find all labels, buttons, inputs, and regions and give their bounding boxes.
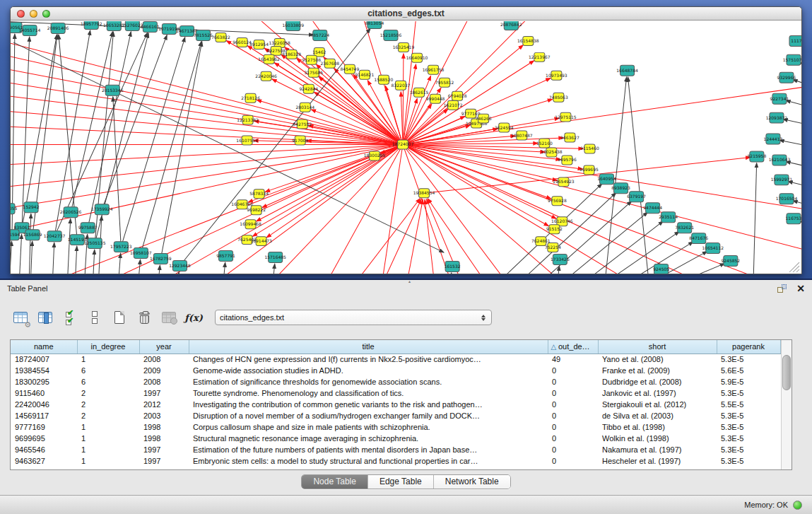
graph-edge[interactable] — [401, 92, 403, 145]
table-cell[interactable]: 6 — [77, 365, 139, 376]
table-cell[interactable]: 9465546 — [11, 444, 77, 455]
graph-node[interactable]: 6466161 — [141, 21, 160, 32]
column-header-name[interactable]: name — [11, 340, 77, 354]
panel-splitter-handle[interactable]: ▴ — [406, 280, 413, 284]
memory-status-indicator[interactable] — [793, 501, 802, 510]
table-cell[interactable]: 1 — [77, 455, 139, 467]
table-cell[interactable]: Wolkin et al. (1998) — [598, 433, 717, 444]
graph-node[interactable]: 391594 — [11, 230, 20, 240]
graph-node[interactable]: 20876842 — [500, 21, 522, 30]
table-cell[interactable]: 0 — [548, 365, 598, 376]
graph-node[interactable]: 12923448 — [169, 261, 191, 271]
graph-node[interactable]: 161532 — [445, 262, 461, 272]
graph-node[interactable]: 7955812 — [435, 78, 454, 87]
graph-node[interactable]: 16033809 — [282, 21, 304, 30]
graph-node[interactable]: 1733426 — [551, 255, 570, 265]
column-header-title[interactable]: title — [189, 340, 548, 354]
graph-edge[interactable] — [788, 182, 801, 189]
graph-node[interactable]: 15992971 — [771, 175, 793, 185]
graph-node[interactable]: 9857791 — [216, 251, 235, 262]
graph-node[interactable]: 16961758 — [423, 65, 445, 74]
graph-node[interactable]: 2516055 — [11, 204, 18, 214]
table-cell[interactable]: 5.3E-5 — [717, 421, 780, 433]
graph-edge[interactable] — [71, 32, 112, 213]
graph-edge[interactable] — [113, 97, 122, 247]
table-cell[interactable]: 1 — [77, 444, 139, 455]
graph-node[interactable]: 1640954 — [597, 174, 616, 185]
table-cell[interactable]: 19384554 — [11, 365, 77, 376]
graph-edge[interactable] — [22, 35, 57, 228]
graph-node[interactable]: 7663822 — [211, 33, 230, 42]
graph-node[interactable]: 12213382 — [237, 115, 259, 124]
table-cell[interactable]: 0 — [548, 421, 598, 433]
graph-node[interactable]: 8938923 — [611, 183, 630, 194]
graph-edge[interactable] — [93, 250, 95, 274]
table-cell[interactable]: Dudbridge et al. (2008) — [598, 376, 717, 387]
graph-node[interactable]: 12042737 — [44, 231, 66, 242]
graph-node[interactable]: 16099468 — [240, 220, 261, 229]
graph-edge[interactable] — [628, 77, 649, 274]
graph-edge[interactable] — [403, 145, 778, 274]
table-row[interactable]: 1456911722003Disruption of a novel membe… — [11, 410, 780, 421]
table-cell[interactable]: 2008 — [139, 354, 189, 365]
graph-node[interactable]: 18957792 — [81, 21, 102, 29]
column-header-out_de[interactable]: △ out_de… — [548, 340, 598, 354]
graph-node[interactable]: 9245852 — [721, 256, 740, 267]
close-panel-icon[interactable]: ✕ — [796, 284, 805, 293]
table-cell[interactable]: 1 — [77, 421, 139, 433]
table-cell[interactable]: 1997 — [139, 455, 189, 467]
window-titlebar[interactable]: citations_edges.txt — [11, 7, 801, 21]
scrollbar-thumb[interactable] — [782, 355, 791, 390]
table-cell[interactable]: Franke et al. (2009) — [598, 365, 717, 376]
table-row[interactable]: 946554611997Estimation of the future num… — [11, 444, 780, 455]
graph-node[interactable]: 16107554 — [236, 136, 258, 145]
graph-node[interactable]: 16543962 — [258, 54, 280, 64]
graph-edge[interactable] — [11, 37, 403, 145]
graph-node[interactable]: 924505 — [653, 264, 669, 274]
graph-node[interactable]: 12093872 — [766, 112, 788, 123]
table-row[interactable]: 1938455462009Genome-wide association stu… — [11, 365, 780, 376]
table-cell[interactable]: 9777169 — [11, 421, 77, 433]
graph-node[interactable]: 1244413 — [764, 134, 783, 144]
graph-edge[interactable] — [786, 100, 801, 110]
graph-edge[interactable] — [403, 145, 549, 226]
graph-node[interactable]: 12213967 — [529, 52, 551, 62]
table-cell[interactable]: Estimation of the future numbers of pati… — [189, 444, 548, 455]
table-cell[interactable]: Yano et al. (2008) — [598, 354, 717, 365]
table-cell[interactable]: Investigating the contribution of common… — [189, 399, 548, 410]
graph-node[interactable]: 9698222 — [247, 206, 266, 215]
table-cell[interactable]: Jankovic et al. (1997) — [598, 387, 717, 399]
graph-node[interactable]: 9756928 — [548, 197, 567, 206]
graph-node[interactable]: 1117 — [789, 35, 801, 46]
table-cell[interactable]: 5.3E-5 — [717, 433, 780, 444]
graph-edge[interactable] — [88, 32, 131, 228]
graph-node[interactable]: 6379197 — [627, 192, 646, 202]
graph-node[interactable]: 19654923 — [553, 177, 575, 187]
graph-edge[interactable] — [325, 145, 403, 274]
table-cell[interactable]: 22420046 — [11, 399, 77, 410]
graph-node[interactable]: 752254 — [545, 243, 561, 252]
graph-edge[interactable] — [449, 273, 452, 274]
graph-edge[interactable] — [141, 42, 201, 254]
graph-node[interactable]: 16640910 — [406, 53, 428, 62]
create-new-column-button[interactable] — [110, 308, 129, 327]
delete-table-button[interactable] — [160, 308, 178, 327]
table-cell[interactable]: 2 — [77, 410, 139, 421]
unselect-all-columns-button[interactable] — [86, 308, 104, 327]
column-header-year[interactable]: year — [139, 340, 189, 354]
graph-edge[interactable] — [160, 42, 201, 259]
graph-edge[interactable] — [779, 140, 801, 148]
graph-node[interactable]: 20153346 — [102, 85, 124, 95]
graph-edge[interactable] — [223, 262, 225, 274]
graph-node[interactable]: 8471676 — [689, 233, 708, 244]
graph-edge[interactable] — [672, 264, 725, 274]
delete-columns-button[interactable] — [135, 308, 153, 327]
graph-node[interactable]: 9474444 — [643, 203, 662, 214]
table-cell[interactable]: 1997 — [139, 387, 189, 399]
table-cell[interactable]: 14569117 — [11, 410, 77, 421]
table-cell[interactable]: 5.3E-5 — [717, 444, 780, 455]
column-header-short[interactable]: short — [598, 340, 717, 354]
table-cell[interactable]: 9463627 — [11, 455, 77, 467]
graph-node[interactable]: 917004 — [292, 136, 308, 145]
graph-edge[interactable] — [11, 241, 12, 274]
